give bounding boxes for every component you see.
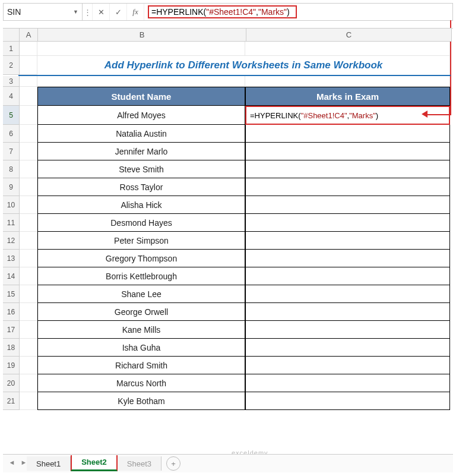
cell[interactable] bbox=[20, 143, 37, 160]
row-header[interactable]: 13 bbox=[3, 250, 20, 267]
new-sheet-button[interactable]: + bbox=[166, 456, 180, 471]
cell[interactable] bbox=[20, 196, 37, 214]
cell[interactable] bbox=[245, 76, 450, 87]
table-header-name[interactable]: Student Name bbox=[37, 87, 245, 106]
table-row[interactable]: Ross Taylor bbox=[37, 178, 245, 196]
cell[interactable] bbox=[20, 76, 37, 87]
row-header[interactable]: 15 bbox=[3, 285, 20, 303]
cell[interactable] bbox=[245, 125, 450, 143]
cell[interactable] bbox=[245, 232, 450, 250]
cell[interactable] bbox=[245, 214, 450, 232]
table-row[interactable]: Kane Mills bbox=[37, 321, 245, 339]
cell[interactable] bbox=[245, 392, 450, 410]
table-row[interactable]: Alfred Moyes bbox=[37, 106, 245, 125]
row-header[interactable]: 14 bbox=[3, 267, 20, 285]
cell[interactable] bbox=[20, 392, 37, 410]
table-row[interactable]: Richard Smith bbox=[37, 357, 245, 374]
cell[interactable] bbox=[245, 357, 450, 374]
cell[interactable] bbox=[20, 42, 37, 56]
cell[interactable] bbox=[20, 56, 37, 75]
formula-input[interactable]: =HYPERLINK("#Sheet1!C4","Marks") bbox=[144, 4, 452, 20]
title-text: Add Hyperlink to Different Worksheets in… bbox=[104, 59, 383, 71]
table-row[interactable]: George Orwell bbox=[37, 303, 245, 321]
cell[interactable] bbox=[245, 339, 450, 357]
cell[interactable] bbox=[245, 285, 450, 303]
row-header[interactable]: 2 bbox=[3, 56, 20, 75]
cell[interactable] bbox=[245, 160, 450, 178]
table-row[interactable]: Borris Kettlebrough bbox=[37, 267, 245, 285]
cell[interactable] bbox=[20, 285, 37, 303]
table-header-marks[interactable]: Marks in Exam bbox=[245, 87, 450, 106]
table-row[interactable]: Jennifer Marlo bbox=[37, 143, 245, 160]
cell[interactable] bbox=[245, 321, 450, 339]
name-box-dropdown-icon[interactable]: ▼ bbox=[73, 9, 78, 15]
insert-function-button[interactable]: fx bbox=[127, 4, 144, 20]
enter-formula-button[interactable]: ✓ bbox=[110, 4, 127, 20]
table-row[interactable]: Peter Simpson bbox=[37, 232, 245, 250]
row-header[interactable]: 19 bbox=[3, 357, 20, 374]
row-header[interactable]: 17 bbox=[3, 321, 20, 339]
cell[interactable] bbox=[20, 232, 37, 250]
column-header-b[interactable]: B bbox=[38, 29, 246, 42]
table-row[interactable]: Alisha Hick bbox=[37, 196, 245, 214]
page-title[interactable]: Add Hyperlink to Different Worksheets in… bbox=[37, 56, 450, 75]
select-all-corner[interactable] bbox=[3, 29, 20, 42]
cell[interactable] bbox=[245, 250, 450, 267]
cell[interactable] bbox=[245, 42, 450, 56]
table-row[interactable]: Natalia Austin bbox=[37, 125, 245, 143]
cell[interactable] bbox=[20, 250, 37, 267]
cell[interactable] bbox=[20, 357, 37, 374]
row-header[interactable]: 11 bbox=[3, 214, 20, 232]
name-box[interactable]: SIN ▼ bbox=[4, 4, 83, 20]
cell[interactable] bbox=[20, 267, 37, 285]
cell[interactable] bbox=[20, 160, 37, 178]
table-row[interactable]: Gregory Thompson bbox=[37, 250, 245, 267]
row-header[interactable]: 4 bbox=[3, 87, 20, 106]
tab-nav-next-icon[interactable]: ► bbox=[18, 457, 29, 468]
cell[interactable] bbox=[245, 196, 450, 214]
cell[interactable] bbox=[20, 374, 37, 392]
cell[interactable] bbox=[245, 303, 450, 321]
cell[interactable] bbox=[20, 303, 37, 321]
cell[interactable] bbox=[37, 76, 245, 87]
row-header[interactable]: 10 bbox=[3, 196, 20, 214]
active-cell[interactable]: =HYPERLINK("#Sheet1!C4","Marks") bbox=[245, 106, 450, 125]
cell[interactable] bbox=[245, 143, 450, 160]
table-row[interactable]: Shane Lee bbox=[37, 285, 245, 303]
row-header[interactable]: 3 bbox=[3, 76, 20, 87]
row-header[interactable]: 21 bbox=[3, 392, 20, 410]
cell[interactable] bbox=[245, 178, 450, 196]
cell[interactable] bbox=[20, 321, 37, 339]
table-row[interactable]: Kyle Botham bbox=[37, 392, 245, 410]
table-row[interactable]: Marcus North bbox=[37, 374, 245, 392]
table-row[interactable]: Isha Guha bbox=[37, 339, 245, 357]
cell[interactable] bbox=[20, 214, 37, 232]
cell[interactable] bbox=[245, 267, 450, 285]
cell[interactable] bbox=[20, 125, 37, 143]
tab-nav-prev-icon[interactable]: ◄ bbox=[7, 457, 17, 468]
row-header[interactable]: 7 bbox=[3, 143, 20, 160]
cancel-formula-button[interactable]: ✕ bbox=[93, 4, 110, 20]
row-header[interactable]: 5 bbox=[3, 106, 20, 125]
cell[interactable] bbox=[20, 106, 37, 125]
cell[interactable] bbox=[20, 87, 37, 106]
row-header[interactable]: 8 bbox=[3, 160, 20, 178]
cell[interactable] bbox=[37, 42, 245, 56]
row-header[interactable]: 16 bbox=[3, 303, 20, 321]
column-header-a[interactable]: A bbox=[20, 29, 38, 42]
column-header-c[interactable]: C bbox=[246, 29, 452, 42]
table-row[interactable]: Steve Smith bbox=[37, 160, 245, 178]
row-header[interactable]: 20 bbox=[3, 374, 20, 392]
row-header[interactable]: 12 bbox=[3, 232, 20, 250]
table-row[interactable]: Desmond Hayes bbox=[37, 214, 245, 232]
sheet-tab-sheet1[interactable]: Sheet1 bbox=[27, 456, 71, 471]
cell[interactable] bbox=[20, 178, 37, 196]
row-header[interactable]: 1 bbox=[3, 42, 20, 56]
cell[interactable] bbox=[20, 339, 37, 357]
sheet-tab-sheet2[interactable]: Sheet2 bbox=[71, 455, 118, 471]
row-header[interactable]: 18 bbox=[3, 339, 20, 357]
row-header[interactable]: 9 bbox=[3, 178, 20, 196]
row-header[interactable]: 6 bbox=[3, 125, 20, 143]
cell[interactable] bbox=[245, 374, 450, 392]
sheet-tab-sheet3[interactable]: Sheet3 bbox=[118, 456, 162, 471]
